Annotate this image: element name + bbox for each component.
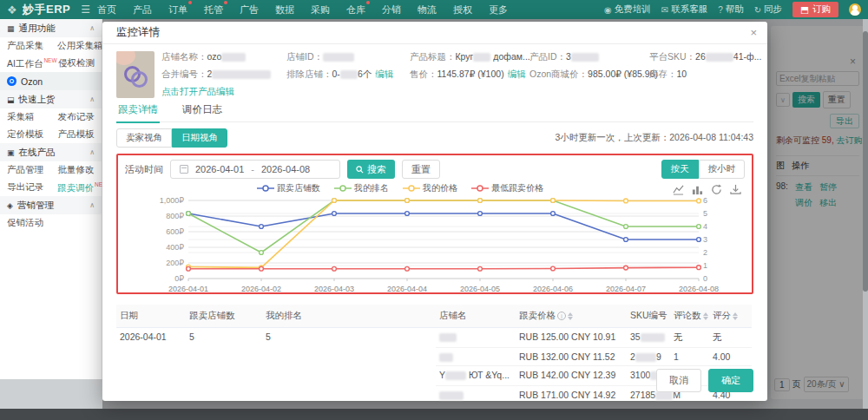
sidebar-item-product-collect[interactable]: 产品采集 (0, 40, 50, 52)
edit-exclude-link[interactable]: 编辑 (375, 69, 393, 79)
search-button[interactable]: 搜索 (347, 160, 395, 179)
svg-text:0: 0 (703, 274, 707, 283)
cell-comments: 无 (670, 328, 709, 348)
svg-text:2026-04-03: 2026-04-03 (314, 285, 354, 293)
nav-logistics[interactable]: 物流 (418, 3, 437, 16)
help-link[interactable]: ?帮助 (718, 3, 744, 16)
megaphone-icon: ◈ (7, 201, 13, 210)
ozon-logo-icon (7, 76, 16, 86)
follow-price-chart: 0₽200₽400₽600₽800₽1,000₽01234562026-04-0… (121, 195, 766, 296)
contact-support-link[interactable]: ✉联系客服 (661, 3, 707, 16)
scrollbar[interactable] (863, 19, 868, 409)
nav-home[interactable]: 首页 (97, 3, 116, 16)
modal-title: 监控详情 (116, 25, 160, 40)
sidebar-item-product-manage[interactable]: 产品管理 (0, 164, 51, 176)
cell-price: RUB 132.00 CNY 11.52 (516, 348, 627, 366)
granularity-toggle: 按天 按小时 (661, 160, 746, 179)
app-logo[interactable]: ❖ 妙手ERP (0, 2, 79, 17)
sidebar-item-promotions[interactable]: 促销活动 (0, 217, 51, 229)
modal-close-icon[interactable]: × (750, 26, 757, 39)
sidebar-item-infringement-check[interactable]: 侵权检测 (51, 57, 102, 69)
col-rating[interactable]: 评分 (709, 305, 752, 328)
stock-field: 库存：10 (649, 69, 687, 81)
sidebar-item-batch-modify[interactable]: 批量修改 (51, 164, 102, 176)
product-image[interactable] (116, 51, 155, 98)
svg-text:2026-04-02: 2026-04-02 (241, 285, 281, 293)
topbar-right: ◉免费培训 ✉联系客服 ?帮助 ↻同步 ⬒订购 (604, 2, 868, 17)
subscribe-button[interactable]: ⬒订购 (792, 2, 838, 17)
tab-follow-detail[interactable]: 跟卖详情 (116, 102, 160, 123)
legend-item[interactable]: 我的价格 (403, 182, 457, 194)
notification-dot (366, 1, 370, 4)
svg-text:2026-04-04: 2026-04-04 (387, 285, 427, 293)
nav-data[interactable]: 数据 (275, 3, 294, 16)
notification-dot (224, 1, 227, 4)
download-icon[interactable] (730, 184, 741, 195)
reset-button[interactable]: 重置 (402, 160, 440, 179)
nav-purchase[interactable]: 采购 (311, 3, 330, 16)
nav-products[interactable]: 产品 (133, 3, 152, 16)
sort-icon[interactable] (568, 312, 573, 320)
cell-store: Y000000 ЮТ &Yq... (436, 366, 516, 386)
nav-authorization[interactable]: 授权 (453, 3, 472, 16)
sidebar: ▦ 通用功能 ∧ 产品采集 公用采集箱 AI工作台NEW 侵权检测 Ozon ⬓… (0, 19, 102, 379)
date-view-button[interactable]: 日期视角 (172, 128, 227, 148)
col-comments[interactable]: 评论数 (670, 305, 709, 328)
user-avatar[interactable] (849, 3, 861, 16)
sidebar-item-pricing-template[interactable]: 定价模板 (0, 128, 51, 141)
col-sku: SKU编号 (627, 305, 670, 328)
product-id-field: 产品ID：300000000 (529, 51, 599, 63)
by-day-button[interactable]: 按天 (661, 160, 699, 179)
nav-orders[interactable]: 订单 (168, 3, 187, 16)
sidebar-section-quick-listing[interactable]: ⬓ 快速上货 ∧ (0, 90, 102, 108)
start-date: 2026-04-01 (195, 164, 244, 174)
scrollbar-thumb[interactable] (863, 31, 868, 292)
legend-item[interactable]: 跟卖店铺数 (257, 182, 320, 194)
refresh-icon[interactable] (711, 184, 722, 195)
col-follow-price[interactable]: 跟卖价格i (516, 305, 627, 328)
main-nav: 首页 产品 订单 托管 广告 数据 采购 仓库 分销 物流 授权 更多 (97, 3, 508, 16)
sidebar-section-online-products[interactable]: ▣ 在线产品 ∧ (0, 143, 102, 161)
sort-icon[interactable] (703, 312, 708, 320)
legend-item[interactable]: 最低跟卖价格 (471, 182, 543, 194)
nav-ads[interactable]: 广告 (240, 3, 259, 16)
sidebar-item-collect-box[interactable]: 采集箱 (0, 111, 51, 123)
by-hour-button[interactable]: 按小时 (699, 160, 746, 179)
date-range-input[interactable]: 2026-04-01 - 2026-04-08 (170, 160, 340, 179)
free-training-link[interactable]: ◉免费培训 (604, 3, 651, 16)
legend-item[interactable]: 我的排名 (334, 182, 389, 194)
sidebar-item-public-box[interactable]: 公用采集箱 (50, 40, 102, 52)
sidebar-item-ozon[interactable]: Ozon (0, 72, 102, 90)
window-bottom-edge (0, 409, 868, 420)
sidebar-section-marketing[interactable]: ◈ 营销管理 ∧ (0, 196, 102, 214)
sidebar-item-product-template[interactable]: 产品模板 (51, 128, 102, 141)
nav-distribution[interactable]: 分销 (382, 3, 401, 16)
lock-icon: ⬓ (7, 95, 15, 104)
cancel-button[interactable]: 取消 (656, 369, 701, 392)
svg-text:2: 2 (703, 248, 707, 257)
edit-price-link[interactable]: 编辑 (508, 69, 526, 79)
sidebar-section-general[interactable]: ▦ 通用功能 ∧ (0, 19, 102, 37)
cell-rating: 无 (709, 328, 752, 348)
sidebar-item-ai-workbench[interactable]: AI工作台NEW (0, 57, 51, 70)
tab-price-log[interactable]: 调价日志 (181, 102, 224, 121)
nav-more[interactable]: 更多 (489, 3, 508, 16)
sidebar-item-follow-pricing[interactable]: 跟卖调价NEW (50, 181, 102, 194)
confirm-button[interactable]: 确定 (708, 369, 753, 392)
monitoring-detail-modal: 监控详情 × 店铺名称：ozo0000000 店铺ID：000000000 产品… (102, 22, 767, 401)
bar-chart-icon[interactable] (692, 184, 703, 195)
svg-text:600₽: 600₽ (166, 227, 184, 236)
ozon-price-field: Ozon商城价：985.00₽ (¥85.96) (529, 69, 658, 81)
open-product-edit-link[interactable]: 点击打开产品编辑 (161, 86, 234, 96)
sync-link[interactable]: ↻同步 (754, 3, 782, 16)
menu-toggle-icon[interactable]: ☰ (81, 3, 90, 16)
nav-hosting[interactable]: 托管 (204, 3, 223, 16)
app-name: 妙手ERP (23, 2, 70, 17)
seller-view-button[interactable]: 卖家视角 (116, 128, 172, 148)
sidebar-item-export-records[interactable]: 导出记录 (0, 181, 50, 194)
sort-icon[interactable] (733, 312, 738, 320)
sidebar-item-publish-records[interactable]: 发布记录 (51, 111, 102, 123)
table-row: 2026-04-01 5 5 00000 RUB 125.00 CNY 10.9… (116, 328, 752, 348)
chevron-up-icon: ∧ (89, 95, 95, 103)
nav-warehouse[interactable]: 仓库 (346, 3, 365, 16)
